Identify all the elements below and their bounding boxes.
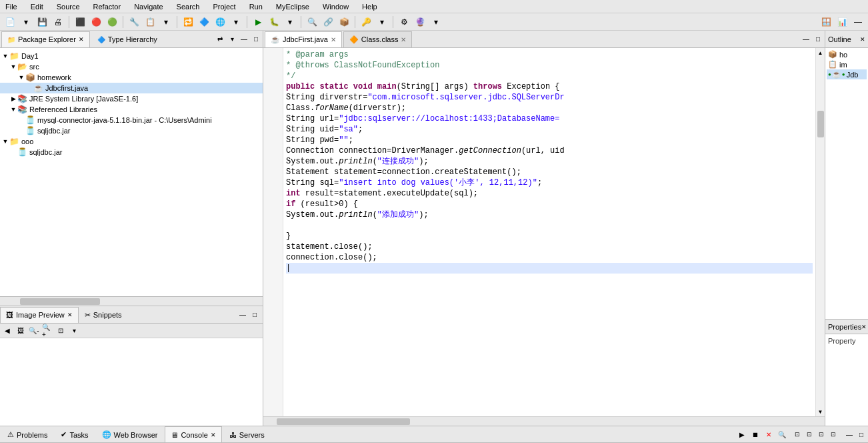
- editor-minimize[interactable]: —: [801, 34, 811, 45]
- toolbar-btn-8[interactable]: 🔁: [181, 15, 195, 29]
- vscroll-thumb[interactable]: [817, 111, 824, 137]
- outline-item-jdb[interactable]: ● ☕ ● Jdb: [827, 69, 867, 79]
- new-button[interactable]: 📄: [3, 15, 17, 29]
- arrow-homework[interactable]: ▼: [17, 74, 25, 81]
- tab-image-preview[interactable]: 🖼 Image Preview ✕: [0, 307, 79, 323]
- menu-search[interactable]: Search: [174, 1, 203, 12]
- tree-item-mysql-jar[interactable]: 🫙 mysql-connector-java-5.1.18-bin.jar - …: [0, 115, 263, 125]
- perspective-btn-2[interactable]: 📊: [835, 15, 849, 29]
- img-prev-btn5[interactable]: ⊡: [55, 325, 67, 337]
- window-min[interactable]: —: [851, 15, 865, 29]
- tab-package-explorer-close[interactable]: ✕: [79, 36, 84, 43]
- bottom-maximize[interactable]: □: [856, 429, 867, 440]
- tab-package-explorer[interactable]: 📁 Package Explorer ✕: [1, 31, 90, 47]
- tree-item-homework[interactable]: ▼ 📦 homework: [0, 72, 263, 83]
- arrow-jre[interactable]: ▶: [9, 95, 17, 102]
- img-prev-btn2[interactable]: 🖼: [15, 325, 27, 337]
- toolbar-run[interactable]: ▶: [251, 15, 265, 29]
- outline-item-im[interactable]: 📋 im: [827, 59, 867, 69]
- toolbar-btn-18[interactable]: 🔮: [413, 15, 427, 29]
- vscroll-down[interactable]: ▼: [816, 407, 825, 416]
- tab-jdbcfirst-java[interactable]: ☕ JdbcFirst.java ✕: [265, 31, 342, 47]
- menu-navigate[interactable]: Navigate: [131, 1, 165, 12]
- perspective-btn[interactable]: 🪟: [819, 15, 833, 29]
- toolbar-btn-13[interactable]: 🔗: [321, 15, 335, 29]
- tree-item-day1[interactable]: ▼ 📁 Day1: [0, 51, 263, 61]
- tab-class-class[interactable]: 🔶 Class.class ✕: [343, 31, 413, 47]
- tree-item-src[interactable]: ▼ 📂 src: [0, 61, 263, 72]
- tab-class-close[interactable]: ✕: [401, 36, 406, 43]
- menu-file[interactable]: File: [3, 1, 20, 12]
- outline-item-ho[interactable]: 📦 ho: [827, 49, 867, 59]
- img-prev-btn1[interactable]: ◀: [1, 325, 13, 337]
- tab-problems[interactable]: ⚠ Problems: [1, 426, 53, 442]
- toolbar-btn-14[interactable]: 📦: [337, 15, 351, 29]
- console-ctrl3[interactable]: ⊡: [816, 429, 827, 440]
- arrow-ref-libs[interactable]: ▼: [9, 106, 17, 113]
- tree-item-jre[interactable]: ▶ 📚 JRE System Library [JavaSE-1.6]: [0, 93, 263, 104]
- console-ctrl4[interactable]: ⊡: [828, 429, 839, 440]
- code-line-21[interactable]: |: [286, 263, 813, 274]
- save-button[interactable]: 💾: [35, 15, 49, 29]
- outline-close[interactable]: ✕: [860, 36, 865, 43]
- tree-item-sqljdbc2[interactable]: 🫙 sqljdbc.jar: [0, 147, 263, 157]
- menu-refactor[interactable]: Refactor: [91, 1, 124, 12]
- vscroll-track[interactable]: [817, 57, 825, 407]
- new-dropdown[interactable]: ▾: [19, 15, 33, 29]
- toolbar-btn-9[interactable]: 🔷: [197, 15, 211, 29]
- tab-snippets[interactable]: ✂ Snippets: [79, 307, 128, 323]
- console-ctrl1[interactable]: ⊡: [792, 429, 803, 440]
- maximize-btn[interactable]: □: [251, 34, 261, 45]
- editor-maximize[interactable]: □: [813, 34, 823, 45]
- img-prev-btn6[interactable]: ▾: [68, 325, 80, 337]
- console-stop-btn[interactable]: ⏹: [749, 428, 761, 440]
- menu-edit[interactable]: Edit: [28, 1, 46, 12]
- panel-menu[interactable]: ▾: [227, 34, 237, 45]
- tab-image-preview-close[interactable]: ✕: [67, 312, 73, 318]
- toolbar-btn-10[interactable]: 🌐: [213, 15, 227, 29]
- tab-web-browser[interactable]: 🌐 Web Browser: [96, 426, 164, 442]
- menu-window[interactable]: Window: [320, 1, 351, 12]
- tab-tasks[interactable]: ✔ Tasks: [55, 426, 94, 442]
- toolbar-btn-11[interactable]: ▾: [229, 15, 243, 29]
- properties-close[interactable]: ✕: [861, 324, 867, 330]
- menu-help[interactable]: Help: [359, 1, 380, 12]
- tree-item-sqljdbc1[interactable]: 🫙 sqljdbc.jar: [0, 125, 263, 136]
- tab-console-close[interactable]: ✕: [211, 432, 216, 438]
- menu-myeclipse[interactable]: MyEclipse: [273, 1, 312, 12]
- toolbar-btn-7[interactable]: ▾: [159, 15, 173, 29]
- tree-item-jdbcfirst[interactable]: ☕ Jdbcfirst.java: [0, 83, 263, 93]
- sync-btn[interactable]: ⇄: [215, 34, 225, 45]
- vscroll-up[interactable]: ▲: [816, 48, 825, 57]
- minimize-btn[interactable]: —: [239, 34, 249, 45]
- editor-hscroll[interactable]: [263, 416, 825, 426]
- tree-item-ooo[interactable]: ▼ 📁 ooo: [0, 136, 263, 147]
- toolbar-btn-17[interactable]: ⚙: [397, 15, 411, 29]
- arrow-src[interactable]: ▼: [9, 63, 17, 70]
- menu-project[interactable]: Project: [210, 1, 238, 12]
- console-ctrl2[interactable]: ⊡: [804, 429, 815, 440]
- toolbar-btn-3[interactable]: 🔴: [89, 15, 103, 29]
- console-terminate-btn[interactable]: ✕: [763, 428, 775, 440]
- tab-servers[interactable]: 🖧 Servers: [223, 426, 271, 442]
- editor-vscroll[interactable]: ▲ ▼: [815, 48, 825, 416]
- console-search-btn[interactable]: 🔍: [776, 428, 788, 440]
- bottom-minimize[interactable]: —: [844, 429, 855, 440]
- toolbar-btn-16[interactable]: ▾: [375, 15, 389, 29]
- tab-console[interactable]: 🖥 Console ✕: [165, 426, 221, 442]
- menu-run[interactable]: Run: [247, 1, 265, 12]
- img-prev-btn3[interactable]: 🔍-: [28, 325, 40, 337]
- toolbar-btn-15[interactable]: 🔑: [359, 15, 373, 29]
- tab-jdbcfirst-close[interactable]: ✕: [331, 36, 336, 43]
- img-prev-btn4[interactable]: 🔍+: [41, 325, 53, 337]
- toolbar-debug[interactable]: 🐛: [267, 15, 281, 29]
- minimize-bottom-left[interactable]: —: [237, 310, 248, 320]
- toolbar-dropdown[interactable]: ▾: [283, 15, 297, 29]
- console-run-btn[interactable]: ▶: [736, 428, 748, 440]
- toolbar-btn-19[interactable]: ▾: [429, 15, 443, 29]
- toolbar-btn-5[interactable]: 🔧: [127, 15, 141, 29]
- tree-item-ref-libs[interactable]: ▼ 📚 Referenced Libraries: [0, 104, 263, 115]
- arrow-ooo[interactable]: ▼: [1, 138, 9, 145]
- tree-hscroll[interactable]: [0, 296, 263, 306]
- toolbar-btn-4[interactable]: 🟢: [105, 15, 119, 29]
